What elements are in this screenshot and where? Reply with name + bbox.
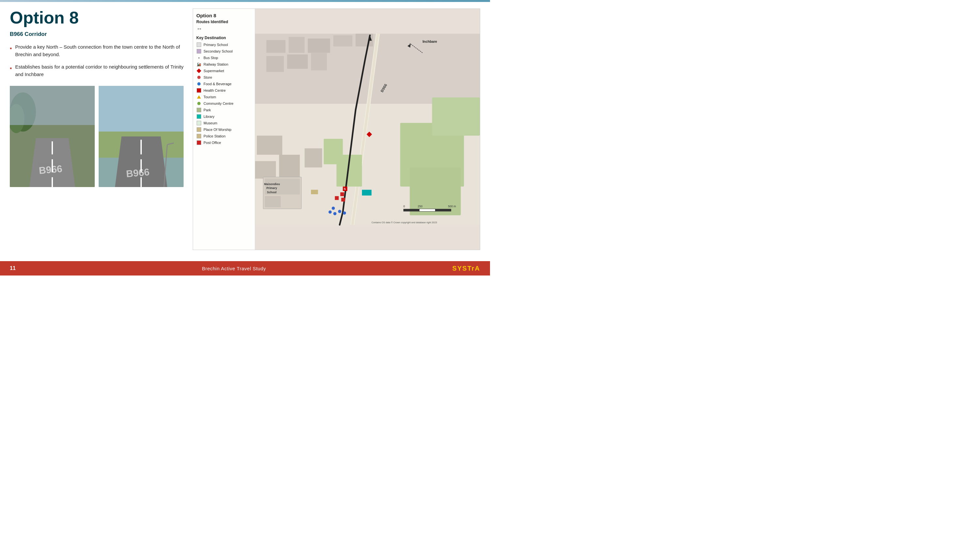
svg-rect-33	[410, 167, 461, 215]
legend-railway-station: 🚂 Railway Station	[196, 62, 251, 67]
svg-rect-39	[304, 149, 322, 168]
supermarket-icon	[196, 68, 202, 73]
svg-rect-58	[362, 190, 371, 195]
legend-museum: Museum	[196, 121, 251, 125]
footer-logo: SYSTrA	[452, 265, 480, 272]
legend-key-dest-title: Key Destination	[196, 36, 251, 40]
svg-rect-38	[279, 155, 299, 177]
footer-page-number: 11	[10, 265, 16, 271]
legend-primary-school: Primary School	[196, 42, 251, 47]
svg-text:B966: B966	[38, 163, 63, 176]
police-station-label: Police Station	[204, 134, 225, 138]
map-panel: h 0 250 5	[193, 8, 480, 250]
place-of-worship-label: Place Of Worship	[204, 128, 231, 132]
legend-post-office: Post Office	[196, 140, 251, 145]
svg-rect-30	[311, 53, 327, 70]
legend-panel: Option 8 Routes Identified ↔ Key Destina…	[193, 9, 255, 250]
svg-rect-36	[257, 136, 282, 155]
page-subtitle: B966 Corridor	[10, 31, 186, 38]
supermarket-label: Supermarket	[204, 69, 224, 73]
page-title: Option 8	[10, 8, 186, 27]
svg-rect-55	[335, 196, 339, 200]
food-beverage-icon	[196, 81, 202, 86]
svg-text:Contains OS data © Crown copyr: Contains OS data © Crown copyright and d…	[371, 221, 437, 224]
legend-secondary-school: Secondary School	[196, 49, 251, 54]
svg-rect-23	[266, 40, 285, 53]
svg-text:Primary: Primary	[266, 186, 277, 190]
svg-rect-32	[432, 97, 480, 135]
place-of-worship-icon	[196, 127, 202, 132]
bus-stop-label: Bus Stop	[204, 56, 218, 60]
svg-rect-37	[253, 161, 276, 179]
left-panel: Option 8 B966 Corridor Provide a key Nor…	[10, 8, 193, 250]
svg-rect-29	[287, 54, 308, 69]
photo-2: B966	[99, 86, 184, 187]
footer-study-title: Brechin Active Travel Study	[202, 266, 266, 271]
community-centre-icon	[196, 101, 202, 106]
bullet-list: Provide a key North – South connection f…	[10, 43, 186, 78]
bidirectional-arrow-icon: ↔	[196, 25, 202, 32]
svg-rect-56	[341, 198, 345, 202]
primary-school-icon	[196, 42, 202, 47]
legend-store: Store	[196, 75, 251, 80]
legend-bus-stop: • Bus Stop	[196, 55, 251, 60]
primary-school-label: Primary School	[204, 43, 228, 47]
legend-community-centre: Community Centre	[196, 101, 251, 106]
svg-text:500 m: 500 m	[448, 205, 456, 208]
secondary-school-icon	[196, 49, 202, 54]
svg-rect-42	[265, 196, 281, 207]
bullet-item-2: Establishes basis for a potential corrid…	[10, 64, 186, 78]
svg-rect-24	[289, 37, 305, 53]
library-label: Library	[204, 114, 215, 119]
tourism-icon	[196, 94, 202, 100]
svg-rect-59	[403, 209, 420, 211]
svg-text:0: 0	[403, 205, 405, 208]
park-icon	[196, 107, 202, 113]
svg-text:School: School	[267, 191, 276, 194]
legend-place-of-worship: Place Of Worship	[196, 127, 251, 132]
svg-point-53	[332, 206, 335, 210]
food-beverage-label: Food & Beverage	[204, 82, 232, 86]
svg-rect-3	[10, 86, 95, 125]
svg-rect-10	[99, 86, 184, 132]
post-office-label: Post Office	[204, 141, 221, 144]
photo-1: B966	[10, 86, 95, 187]
footer-logo-accent: r	[472, 265, 475, 272]
legend-routes-label: Routes Identified	[196, 20, 251, 24]
park-label: Park	[204, 108, 211, 112]
map-container: h 0 250 5	[193, 9, 480, 250]
railway-station-label: Railway Station	[204, 62, 228, 66]
svg-point-49	[329, 211, 332, 214]
photos-row: B966	[10, 86, 186, 187]
svg-rect-54	[340, 192, 344, 196]
legend-map-title: Option 8	[196, 13, 251, 18]
svg-text:h: h	[344, 187, 345, 191]
library-icon	[196, 114, 202, 119]
svg-text:Maisondieu: Maisondieu	[264, 183, 280, 186]
legend-food-beverage: Food & Beverage	[196, 81, 251, 86]
community-centre-label: Community Centre	[204, 102, 234, 105]
legend-health-centre: Health Centre	[196, 88, 251, 93]
legend-supermarket: Supermarket	[196, 68, 251, 73]
store-label: Store	[204, 75, 212, 79]
legend-police-station: Police Station	[196, 133, 251, 139]
tourism-label: Tourism	[204, 95, 216, 99]
svg-rect-26	[333, 35, 353, 46]
svg-point-52	[343, 211, 346, 215]
secondary-school-label: Secondary School	[204, 49, 232, 53]
svg-text:250: 250	[418, 205, 423, 208]
svg-rect-60	[420, 209, 436, 211]
health-centre-label: Health Centre	[204, 89, 226, 92]
svg-rect-35	[324, 139, 343, 164]
bullet-item-1: Provide a key North – South connection f…	[10, 43, 186, 58]
footer-logo-end: A	[475, 265, 480, 272]
legend-library: Library	[196, 114, 251, 119]
railway-station-icon: 🚂	[196, 62, 202, 67]
footer-logo-text: SYST	[452, 265, 472, 272]
svg-point-50	[333, 212, 336, 216]
svg-rect-57	[311, 190, 318, 194]
svg-rect-25	[308, 38, 330, 53]
legend-route-arrow: ↔	[196, 25, 251, 32]
museum-label: Museum	[204, 121, 217, 125]
svg-text:B966: B966	[126, 167, 150, 179]
